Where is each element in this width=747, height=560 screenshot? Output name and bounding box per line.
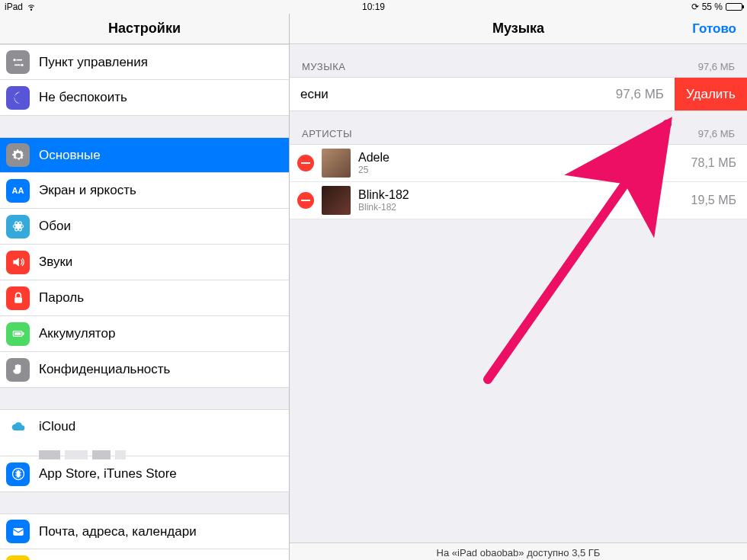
section-size-text: 97,6 МБ bbox=[698, 61, 735, 72]
svg-rect-8 bbox=[14, 297, 22, 303]
all-songs-label: есни bbox=[300, 87, 329, 102]
artist-name: Adele bbox=[358, 151, 684, 165]
sidebar-item-label: Аккумулятор bbox=[39, 326, 277, 341]
sidebar-item-label: App Store, iTunes Store bbox=[39, 466, 277, 482]
sidebar-item-display[interactable]: AA Экран и яркость bbox=[0, 173, 289, 209]
sidebar-item-label: Основные bbox=[39, 148, 277, 163]
settings-sidebar: Настройки Пункт управления Не беспокоить… bbox=[0, 14, 290, 560]
sidebar-item-label: Пароль bbox=[39, 290, 277, 306]
detail-pane: Музыка Готово МУЗЫКА 97,6 МБ есни 97,6 М… bbox=[290, 14, 747, 560]
storage-footer: На «iPad obaobab» доступно 3,5 ГБ bbox=[290, 542, 747, 560]
svg-rect-13 bbox=[13, 528, 23, 536]
artist-subtitle: Blink-182 bbox=[358, 202, 684, 213]
artist-size: 19,5 МБ bbox=[691, 194, 736, 207]
rotation-lock-icon: ⟳ bbox=[691, 2, 699, 12]
delete-toggle-icon[interactable] bbox=[297, 155, 314, 171]
sidebar-item-icloud[interactable]: iCloud bbox=[0, 409, 289, 456]
delete-button[interactable]: Удалить bbox=[675, 78, 747, 110]
battery-icon bbox=[726, 3, 742, 11]
icloud-account-text bbox=[39, 450, 277, 459]
detail-title: Музыка bbox=[492, 21, 544, 37]
control-center-icon bbox=[6, 50, 30, 74]
sidebar-item-passcode[interactable]: Пароль bbox=[0, 280, 289, 316]
svg-rect-10 bbox=[22, 332, 24, 334]
artist-size: 78,1 МБ bbox=[691, 156, 736, 170]
sidebar-item-appstore[interactable]: App Store, iTunes Store bbox=[0, 456, 289, 492]
sidebar-item-wallpaper[interactable]: Обои bbox=[0, 209, 289, 245]
device-name: iPad bbox=[5, 2, 23, 12]
all-songs-row[interactable]: есни 97,6 МБ Удалить bbox=[290, 77, 747, 111]
section-artists: АРТИСТЫ 97,6 МБ bbox=[290, 111, 747, 144]
sidebar-title: Настройки bbox=[108, 21, 181, 37]
appstore-icon bbox=[6, 462, 30, 486]
section-label-text: МУЗЫКА bbox=[302, 61, 345, 72]
sidebar-item-general[interactable]: Основные bbox=[0, 137, 289, 173]
section-label-text: АРТИСТЫ bbox=[302, 128, 352, 139]
moon-icon bbox=[6, 86, 30, 110]
artist-name: Blink-182 bbox=[358, 188, 684, 202]
detail-header: Музыка Готово bbox=[290, 14, 747, 44]
sidebar-item-mail[interactable]: Почта, адреса, календари bbox=[0, 514, 289, 549]
section-music: МУЗЫКА 97,6 МБ bbox=[290, 44, 747, 77]
battery-text: 55 % bbox=[702, 2, 723, 12]
svg-rect-11 bbox=[14, 332, 21, 334]
artist-row[interactable]: Blink-182 Blink-182 19,5 МБ bbox=[290, 182, 747, 219]
sidebar-header: Настройки bbox=[0, 14, 289, 44]
artist-subtitle: 25 bbox=[358, 165, 684, 175]
svg-rect-1 bbox=[16, 59, 22, 60]
all-songs-size: 97,6 МБ bbox=[616, 87, 664, 102]
hand-icon bbox=[6, 358, 30, 382]
notes-icon bbox=[6, 555, 30, 561]
battery-icon bbox=[6, 322, 30, 346]
cloud-icon bbox=[6, 414, 30, 438]
delete-toggle-icon[interactable] bbox=[297, 192, 314, 209]
mail-icon bbox=[6, 520, 30, 543]
sidebar-item-label: Почта, адреса, календари bbox=[39, 524, 277, 539]
status-bar: iPad 10:19 ⟳ 55 % bbox=[0, 0, 747, 14]
sidebar-item-label: Пункт управления bbox=[39, 55, 277, 70]
artist-thumbnail bbox=[322, 186, 351, 215]
sidebar-item-privacy[interactable]: Конфиденциальность bbox=[0, 352, 289, 388]
sidebar-item-dnd[interactable]: Не беспокоить bbox=[0, 80, 289, 116]
svg-point-0 bbox=[13, 59, 15, 61]
artist-thumbnail bbox=[322, 149, 351, 178]
svg-point-2 bbox=[21, 63, 23, 66]
flower-icon bbox=[6, 215, 30, 238]
sidebar-item-control-center[interactable]: Пункт управления bbox=[0, 44, 289, 80]
sidebar-item-battery[interactable]: Аккумулятор bbox=[0, 316, 289, 352]
lock-icon bbox=[6, 286, 30, 310]
speaker-icon bbox=[6, 251, 30, 274]
section-size-text: 97,6 МБ bbox=[698, 128, 735, 139]
sidebar-item-label: Не беспокоить bbox=[39, 90, 277, 105]
status-time: 10:19 bbox=[0, 2, 747, 12]
svg-rect-3 bbox=[14, 64, 21, 66]
sidebar-item-notes[interactable]: Заметки bbox=[0, 549, 289, 560]
sidebar-item-label: iCloud bbox=[39, 419, 277, 434]
sidebar-item-label: Обои bbox=[39, 219, 277, 234]
done-button[interactable]: Готово bbox=[692, 14, 736, 44]
text-size-icon: AA bbox=[6, 179, 30, 203]
sidebar-item-label: Конфиденциальность bbox=[39, 362, 277, 377]
wifi-icon bbox=[26, 1, 37, 14]
gear-icon bbox=[6, 143, 30, 167]
sidebar-item-label: Звуки bbox=[39, 254, 277, 270]
sidebar-item-sounds[interactable]: Звуки bbox=[0, 245, 289, 280]
artist-row[interactable]: Adele 25 78,1 МБ bbox=[290, 145, 747, 182]
sidebar-item-label: Экран и яркость bbox=[39, 183, 277, 198]
